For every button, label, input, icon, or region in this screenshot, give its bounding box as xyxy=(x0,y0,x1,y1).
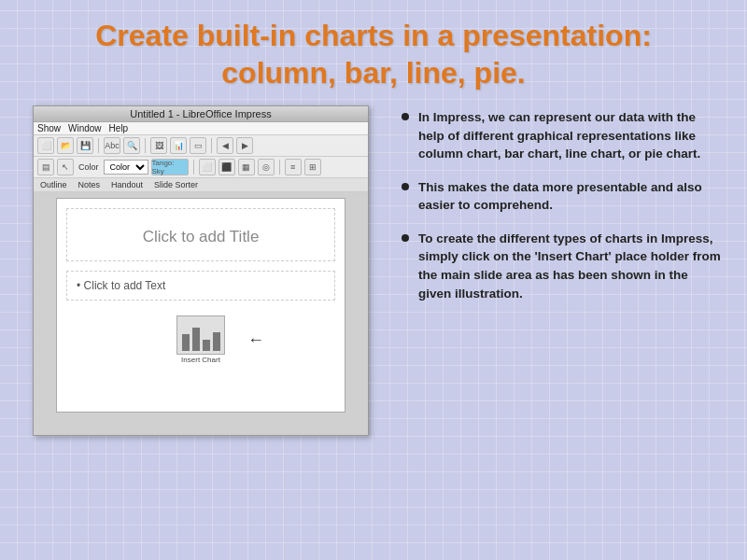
toolbar-btn-view[interactable]: ▤ xyxy=(37,159,54,175)
toolbar-btn-cursor[interactable]: ↖ xyxy=(57,159,74,175)
bullet-item-2: This makes the data more presentable and… xyxy=(402,178,724,215)
toolbar-btn-save[interactable]: 💾 xyxy=(77,137,93,154)
menu-help[interactable]: Help xyxy=(109,123,129,133)
toolbar-btn-obj1[interactable]: ⬜ xyxy=(199,159,216,175)
toolbar-btn-fill[interactable]: Tango: Sky xyxy=(151,159,189,175)
tab-notes[interactable]: Notes xyxy=(76,179,104,190)
arrow-icon: ← xyxy=(247,330,264,350)
tab-outline[interactable]: Outline xyxy=(37,179,70,190)
impress-slide-panel: Click to add Title Click to add Text Ins… xyxy=(34,192,368,435)
bullet-text-1: In Impress, we can represent our data wi… xyxy=(418,108,724,163)
slide-title-area: Create built-in charts in a presentation… xyxy=(0,0,747,101)
impress-titlebar: Untitled 1 - LibreOffice Impress xyxy=(34,106,368,122)
toolbar-sep-4 xyxy=(193,160,194,175)
impress-body: Click to add Title Click to add Text Ins… xyxy=(34,192,368,435)
toolbar-btn-obj4[interactable]: ◎ xyxy=(258,159,275,175)
slide-click-text[interactable]: Click to add Text xyxy=(66,271,335,301)
toolbar-btn-shape[interactable]: ▭ xyxy=(190,137,206,154)
toolbar-sep-2 xyxy=(145,138,146,153)
slide-click-title[interactable]: Click to add Title xyxy=(66,208,335,261)
insert-chart-label: Insert Chart xyxy=(181,356,220,364)
toolbar-btn-open[interactable]: 📂 xyxy=(57,137,74,154)
impress-tabs: Outline Notes Handout Slide Sorter xyxy=(34,178,368,192)
bullet-dot-3 xyxy=(402,234,409,242)
toolbar-btn-obj2[interactable]: ⬛ xyxy=(218,159,235,175)
impress-toolbar2: ▤ ↖ Color Color Tango: Sky ⬜ ⬛ ▦ ◎ ≡ ⊞ xyxy=(34,157,368,178)
chart-bar-4 xyxy=(213,332,220,351)
toolbar-sep-1 xyxy=(98,138,99,153)
bullet-text-2: This makes the data more presentable and… xyxy=(418,178,724,215)
menu-show[interactable]: Show xyxy=(37,123,61,133)
chart-bar-3 xyxy=(203,340,210,351)
impress-menubar: Show Window Help xyxy=(34,122,368,135)
toolbar-sep-5 xyxy=(279,160,280,175)
titlebar-text: Untitled 1 - LibreOffice Impress xyxy=(130,108,271,119)
bullet-item-1: In Impress, we can represent our data wi… xyxy=(402,108,724,163)
insert-chart-placeholder[interactable]: Insert Chart ← xyxy=(163,315,238,364)
chart-bar-2 xyxy=(192,328,200,351)
impress-window: Untitled 1 - LibreOffice Impress Show Wi… xyxy=(33,105,369,436)
toolbar-color-select[interactable]: Color xyxy=(104,160,148,175)
impress-toolbar1: ⬜ 📂 💾 Abc 🔍 🖼 📊 ▭ ◀ ▶ xyxy=(34,135,368,157)
chart-bar-1 xyxy=(182,334,190,351)
toolbar-color-label: Color xyxy=(77,162,101,172)
slide-container: Create built-in charts in a presentation… xyxy=(0,0,747,560)
bullet-dot-2 xyxy=(402,183,409,190)
toolbar-btn-search[interactable]: 🔍 xyxy=(123,137,140,154)
toolbar-btn-misc2[interactable]: ⊞ xyxy=(304,159,321,175)
bullet-dot-1 xyxy=(402,113,409,120)
bullet-text-3: To create the different types of charts … xyxy=(418,230,724,302)
toolbar-btn-obj3[interactable]: ▦ xyxy=(238,159,255,175)
chart-icon xyxy=(176,315,225,355)
left-column: Untitled 1 - LibreOffice Impress Show Wi… xyxy=(19,101,383,551)
menu-window[interactable]: Window xyxy=(68,123,102,133)
toolbar-btn-chart[interactable]: 📊 xyxy=(170,137,187,154)
toolbar-btn-left[interactable]: ◀ xyxy=(217,137,233,154)
toolbar-btn-img[interactable]: 🖼 xyxy=(150,137,167,154)
tab-handout[interactable]: Handout xyxy=(108,179,146,190)
slide-content: Untitled 1 - LibreOffice Impress Show Wi… xyxy=(0,101,747,560)
toolbar-btn-misc1[interactable]: ≡ xyxy=(285,159,302,175)
toolbar-btn-new[interactable]: ⬜ xyxy=(37,137,54,154)
toolbar-btn-right[interactable]: ▶ xyxy=(236,137,253,154)
toolbar-btn-abc[interactable]: Abc xyxy=(104,137,120,154)
right-column: In Impress, we can represent our data wi… xyxy=(392,101,728,551)
toolbar-sep-3 xyxy=(211,138,212,153)
bullet-item-3: To create the different types of charts … xyxy=(402,230,724,302)
slide-thumbnail: Click to add Title Click to add Text Ins… xyxy=(56,198,345,413)
main-title: Create built-in charts in a presentation… xyxy=(37,17,710,91)
tab-slide-sorter[interactable]: Slide Sorter xyxy=(151,179,201,190)
